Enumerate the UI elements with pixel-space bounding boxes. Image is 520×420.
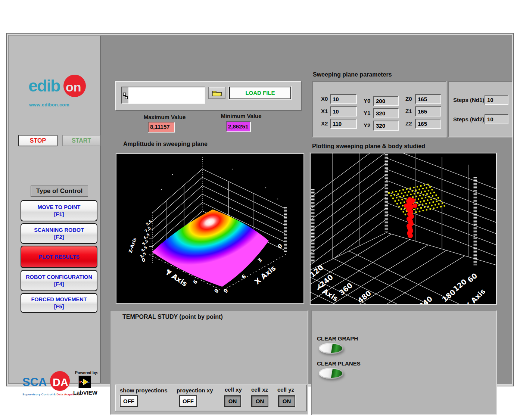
edibon-website: www.edibon.com: [29, 102, 69, 108]
steps-nd2-label: Steps (Nd2): [453, 116, 484, 122]
amplitude-plot-title: Amplittude in sweeping plane: [123, 141, 208, 147]
path-symbol-icon: [123, 93, 128, 101]
z0-label: Z0: [405, 96, 412, 102]
body-plot-canvas: [311, 153, 496, 304]
clear-planes-button-face: [320, 369, 342, 378]
start-button[interactable]: START: [62, 135, 100, 146]
edibon-logo-on: on: [66, 80, 81, 94]
y2-label: Y2: [364, 122, 370, 128]
clear-graph-button-face: [320, 344, 342, 353]
z1-label: Z1: [405, 108, 412, 114]
cell-xy-toggle[interactable]: ON: [224, 395, 241, 407]
body-plot-title: Plotting sweeping plane & body studied: [312, 143, 425, 150]
forced-movement-button[interactable]: FORCED MOVEMENT [F5]: [21, 293, 97, 313]
powered-by-label: Powered by:: [75, 370, 98, 375]
amplitude-plot[interactable]: 8,5 7,5 6,5 5,5 4,5 3,5 0 Z-Axis 3 6 9 Y…: [116, 153, 304, 304]
button-fkey: [F5]: [21, 303, 97, 310]
move-to-point-button[interactable]: MOVE TO POINT [F1]: [21, 200, 97, 221]
browse-folder-button[interactable]: [208, 87, 225, 99]
maximum-value-label: Maximum Value: [142, 114, 187, 120]
x1-input[interactable]: [330, 106, 357, 116]
y2-input[interactable]: [373, 121, 399, 131]
scada-logo-da: DA: [53, 376, 68, 389]
z2-input[interactable]: [415, 119, 441, 129]
type-of-control-label: Type of Control: [31, 186, 88, 197]
load-file-button[interactable]: LOAD FILE: [229, 87, 291, 99]
labview-wordmark: LabVIEW: [73, 389, 97, 396]
clear-planes-button[interactable]: [319, 368, 343, 379]
amplitude-plot-canvas: [116, 154, 303, 303]
show-proyections-toggle[interactable]: OFF: [120, 395, 138, 407]
button-fkey: [F4]: [21, 281, 97, 288]
z1-input[interactable]: [415, 106, 441, 116]
button-label: ROBOT CONFIGURATION: [21, 274, 97, 281]
cell-yz-label: cell yz: [277, 386, 294, 393]
clear-graph-label: CLEAR GRAPH: [317, 335, 358, 342]
temporal-study-title: TEMPORAL STUDY (point by point): [122, 314, 223, 320]
button-fkey: [F2]: [21, 234, 97, 241]
button-label: PLOT RESULTS: [21, 253, 97, 261]
steps-nd1-input[interactable]: [485, 95, 508, 105]
body-plot[interactable]: 120 240 360 480 Y Axis 60 120 180 240 X …: [310, 153, 497, 305]
x2-label: X2: [321, 120, 328, 127]
proyection-xy-label: proyection xy: [177, 387, 213, 393]
app-window: edib on www.edibon.com STOP START Type o…: [6, 33, 514, 386]
steps-nd1-label: Steps (Nd1): [453, 97, 484, 103]
clear-graph-button[interactable]: [319, 343, 343, 354]
steps-nd2-input[interactable]: [485, 114, 508, 124]
button-label: SCANNING ROBOT: [21, 227, 97, 234]
y0-label: Y0: [364, 97, 370, 104]
minimum-value-display: 2,86251: [226, 121, 251, 132]
folder-icon: [212, 90, 222, 96]
cell-xz-toggle[interactable]: ON: [251, 395, 268, 407]
minimum-value-label: Minimum Value: [219, 113, 264, 119]
z0-input[interactable]: [415, 94, 441, 104]
edibon-logo-text: edib: [28, 76, 60, 96]
scada-subtitle: Supervisory Control & Data Acquisition: [22, 393, 81, 396]
scada-logo-text: SCA: [22, 376, 47, 389]
scanning-robot-button[interactable]: SCANNING ROBOT [F2]: [21, 223, 97, 244]
labview-logo-icon: [78, 376, 91, 388]
proyection-xy-toggle[interactable]: OFF: [179, 395, 197, 407]
y1-input[interactable]: [373, 108, 399, 118]
cell-xy-label: cell xy: [225, 386, 242, 393]
x0-input[interactable]: [330, 94, 357, 104]
z2-label: Z2: [405, 120, 412, 127]
cell-xz-label: cell xz: [251, 386, 268, 393]
show-proyections-label: show proyections: [120, 387, 168, 393]
x0-label: X0: [321, 96, 328, 102]
file-path-input[interactable]: [128, 87, 205, 103]
y0-input[interactable]: [373, 96, 399, 106]
x1-label: X1: [321, 108, 328, 114]
sweeping-parameters-title: Sweeping plane parameters: [313, 71, 392, 78]
maximum-value-display: 8,11157: [148, 122, 175, 133]
stop-button[interactable]: STOP: [18, 135, 57, 146]
clear-planes-label: CLEAR PLANES: [317, 360, 361, 367]
robot-configuration-button[interactable]: ROBOT CONFIGURATION [F4]: [21, 270, 97, 291]
cell-yz-toggle[interactable]: ON: [278, 395, 295, 407]
x2-input[interactable]: [330, 119, 357, 129]
button-fkey: [F1]: [21, 211, 97, 218]
y1-label: Y1: [364, 110, 370, 116]
plot-results-button[interactable]: PLOT RESULTS: [21, 246, 97, 268]
scada-subtitle-left: Supervisory Control &: [22, 393, 56, 396]
button-label: FORCED MOVEMENT: [21, 296, 97, 303]
button-label: MOVE TO POINT: [21, 204, 97, 211]
steps-panel: [448, 81, 513, 137]
